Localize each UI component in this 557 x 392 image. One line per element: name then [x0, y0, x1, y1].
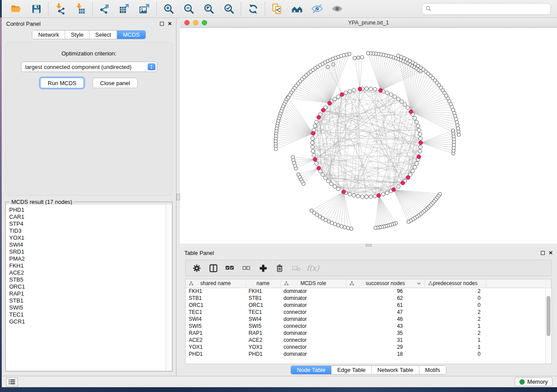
cell-successor-nodes[interactable]: 61 [346, 302, 425, 309]
cell-successor-nodes[interactable]: 62 [346, 295, 425, 302]
mcds-result-item[interactable]: STP4 [9, 220, 172, 227]
table-settings-button[interactable] [188, 261, 205, 275]
cell-predecessor-nodes[interactable]: 1 [425, 323, 486, 330]
cell-predecessor-nodes[interactable]: 0 [425, 295, 486, 302]
network-node[interactable] [315, 120, 318, 124]
network-hub-node[interactable] [317, 115, 321, 119]
network-node[interactable] [369, 87, 373, 90]
column-header-name[interactable]: name [246, 279, 280, 288]
table-row[interactable]: ORC1ORC1dominator610 [186, 302, 551, 309]
tab-network-table[interactable]: Network Table [372, 366, 419, 374]
network-satellite-node[interactable] [326, 65, 329, 69]
tab-mcds[interactable]: MCDS [117, 31, 145, 39]
network-node[interactable] [373, 194, 377, 198]
cell-mcds-role[interactable]: connector [280, 323, 346, 330]
cell-successor-nodes[interactable]: 35 [346, 330, 425, 337]
cell-shared-name[interactable]: SWI5 [186, 323, 246, 330]
network-satellite-node[interactable] [457, 130, 460, 133]
network-node[interactable] [415, 162, 418, 165]
cell-name[interactable]: TEC1 [246, 309, 280, 316]
mcds-result-item[interactable]: TEC1 [9, 311, 172, 318]
network-node[interactable] [321, 173, 324, 176]
vertical-splitter[interactable] [176, 18, 180, 376]
network-satellite-node[interactable] [407, 220, 410, 224]
mcds-result-item[interactable]: STB1 [9, 297, 172, 304]
mcds-result-item[interactable]: GCR1 [9, 318, 172, 325]
cell-shared-name[interactable]: RAP1 [186, 330, 246, 337]
network-node[interactable] [369, 195, 373, 198]
network-satellite-node[interactable] [332, 63, 335, 66]
cell-filler[interactable] [486, 288, 551, 295]
deselect-all-rows-button[interactable] [238, 261, 255, 275]
network-node[interactable] [324, 176, 327, 179]
network-hub-node[interactable] [417, 155, 421, 159]
window-minimize-light[interactable] [193, 20, 198, 25]
cell-shared-name[interactable]: PHD1 [186, 351, 246, 358]
network-node[interactable] [373, 87, 377, 91]
network-node[interactable] [418, 149, 422, 153]
export-table-button[interactable] [118, 2, 131, 15]
table-scrollbar-thumb[interactable] [547, 296, 550, 336]
network-node[interactable] [326, 179, 330, 182]
cell-filler[interactable] [486, 295, 551, 302]
mcds-result-item[interactable]: ORC1 [9, 283, 172, 290]
network-node[interactable] [381, 193, 385, 196]
save-session-button[interactable] [30, 2, 43, 15]
close-panel-button[interactable]: Close panel [93, 78, 138, 88]
network-satellite-node[interactable] [456, 124, 459, 127]
cell-name[interactable]: YOX1 [246, 344, 280, 351]
tab-network[interactable]: Network [32, 31, 65, 39]
network-window-titlebar[interactable]: YPA_prune.txt_1 [180, 18, 557, 28]
cell-predecessor-nodes[interactable]: 1 [425, 344, 486, 351]
network-node[interactable] [411, 169, 415, 173]
network-hub-node[interactable] [317, 166, 321, 170]
table-row[interactable]: SWI5SWI5connector431 [186, 323, 551, 330]
network-node[interactable] [352, 193, 356, 197]
network-node[interactable] [418, 132, 422, 136]
column-header-shared-name[interactable]: shared name [186, 279, 246, 288]
table-row[interactable]: PHD1PHD1dominator180 [186, 351, 551, 358]
network-node[interactable] [385, 91, 389, 94]
cell-name[interactable]: ORC1 [246, 302, 280, 309]
network-satellite-node[interactable] [356, 56, 360, 59]
mcds-result-item[interactable]: SWI4 [9, 241, 172, 248]
tab-node-table[interactable]: Node Table [291, 366, 332, 374]
cell-predecessor-nodes[interactable]: 2 [425, 309, 486, 316]
network-node[interactable] [311, 149, 315, 153]
network-node[interactable] [311, 137, 314, 140]
first-neighbors-button[interactable] [291, 2, 304, 15]
select-all-rows-button[interactable] [221, 261, 238, 275]
network-hub-node[interactable] [406, 175, 410, 179]
network-node[interactable] [344, 91, 347, 94]
cell-predecessor-nodes[interactable]: 2 [425, 316, 486, 323]
network-satellite-node[interactable] [343, 226, 346, 229]
horizontal-splitter[interactable] [180, 244, 557, 247]
zoom-out-button[interactable] [182, 2, 195, 15]
network-satellite-node[interactable] [274, 148, 278, 151]
table-row[interactable]: SWI4SWI4dominator462 [186, 316, 551, 323]
network-node[interactable] [417, 128, 421, 132]
network-hub-node[interactable] [419, 141, 423, 145]
run-mcds-button[interactable]: Run MCDS [40, 78, 84, 88]
mcds-result-item[interactable]: SRD1 [9, 248, 172, 255]
network-node[interactable] [415, 120, 418, 124]
delete-button[interactable] [271, 261, 288, 275]
mcds-result-item[interactable]: ACE2 [9, 269, 172, 276]
cell-mcds-role[interactable]: dominator [280, 316, 346, 323]
network-hub-node[interactable] [409, 110, 413, 113]
network-satellite-node[interactable] [360, 55, 364, 59]
close-panel-icon[interactable]: × [549, 251, 553, 255]
network-node[interactable] [400, 100, 403, 103]
network-node[interactable] [329, 182, 333, 186]
network-node[interactable] [416, 124, 420, 127]
network-node[interactable] [413, 117, 416, 120]
network-hub-node[interactable] [401, 181, 405, 185]
network-satellite-node[interactable] [287, 96, 290, 100]
apply-layout-button[interactable] [246, 2, 259, 15]
tab-motifs[interactable]: Motifs [419, 366, 446, 374]
network-hub-node[interactable] [379, 89, 383, 93]
show-columns-button[interactable] [205, 261, 221, 275]
cell-mcds-role[interactable]: connector [280, 309, 346, 316]
network-node[interactable] [403, 103, 406, 106]
mcds-result-item[interactable]: SWI5 [9, 304, 172, 311]
